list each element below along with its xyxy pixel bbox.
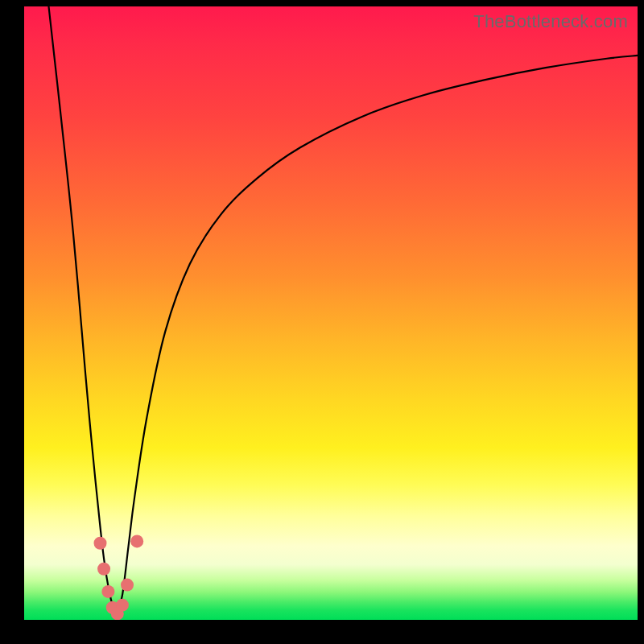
chart-frame: TheBottleneck.com (0, 0, 644, 644)
marker-dot-7 (130, 535, 143, 547)
marker-dot-5 (116, 599, 129, 612)
marker-dot-0 (93, 537, 106, 550)
plot-area: TheBottleneck.com (24, 6, 638, 620)
marker-dot-6 (121, 579, 134, 592)
marker-dot-2 (101, 585, 114, 598)
marker-layer (93, 535, 143, 620)
curve-layer (48, 6, 638, 617)
chart-svg (24, 6, 638, 620)
series-right-branch (116, 56, 638, 617)
marker-dot-1 (97, 563, 110, 576)
series-left-branch (48, 6, 116, 617)
